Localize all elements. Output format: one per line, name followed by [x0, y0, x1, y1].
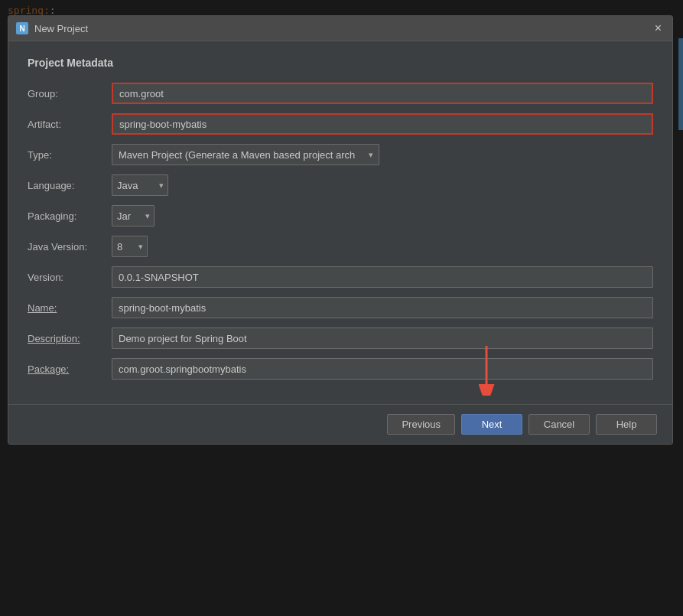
- dialog-content: Project Metadata Group: Artifact: Type: …: [8, 41, 672, 404]
- language-select-wrapper: Java Kotlin Groovy: [112, 174, 168, 196]
- dialog-titlebar: N New Project ×: [8, 16, 672, 41]
- dialog-footer: Previous Next Cancel Help: [8, 404, 672, 444]
- name-label: Name:: [28, 302, 112, 314]
- language-label: Language:: [28, 180, 112, 191]
- new-project-dialog: N New Project × Project Metadata Group: …: [8, 15, 673, 445]
- artifact-label: Artifact:: [28, 119, 112, 130]
- java-version-select[interactable]: 8 11 17 21: [112, 236, 148, 257]
- arrow-svg: [467, 342, 506, 396]
- dialog-title: New Project: [34, 23, 88, 34]
- dialog-title-left: N New Project: [16, 22, 88, 34]
- language-row: Language: Java Kotlin Groovy: [28, 174, 653, 196]
- package-row: Package:: [28, 358, 653, 380]
- group-input[interactable]: [112, 83, 653, 104]
- name-input[interactable]: [112, 297, 653, 318]
- packaging-label: Packaging:: [28, 210, 112, 222]
- package-input[interactable]: [112, 358, 653, 380]
- version-input[interactable]: [112, 266, 653, 288]
- packaging-select[interactable]: Jar War: [112, 205, 154, 227]
- artifact-row: Artifact:: [28, 113, 653, 135]
- type-row: Type: Maven Project (Generate a Maven ba…: [28, 144, 653, 165]
- version-row: Version:: [28, 266, 653, 288]
- help-button[interactable]: Help: [596, 414, 657, 435]
- description-input[interactable]: [112, 328, 653, 349]
- name-row: Name:: [28, 297, 653, 318]
- group-row: Group:: [28, 83, 653, 104]
- java-version-row: Java Version: 8 11 17 21: [28, 236, 653, 257]
- close-button[interactable]: ×: [652, 21, 665, 36]
- java-version-select-wrapper: 8 11 17 21: [112, 236, 148, 257]
- dialog-icon: N: [16, 22, 28, 34]
- packaging-row: Packaging: Jar War: [28, 205, 653, 227]
- previous-button[interactable]: Previous: [387, 414, 455, 435]
- type-label: Type:: [28, 149, 112, 161]
- java-version-label: Java Version:: [28, 241, 112, 253]
- arrow-indicator: [467, 342, 506, 398]
- type-select-wrapper: Maven Project (Generate a Maven based pr…: [112, 144, 379, 165]
- cancel-button[interactable]: Cancel: [529, 414, 590, 435]
- version-label: Version:: [28, 272, 112, 283]
- next-button[interactable]: Next: [461, 414, 522, 435]
- package-label: Package:: [28, 363, 112, 375]
- packaging-select-wrapper: Jar War: [112, 205, 154, 227]
- section-title: Project Metadata: [28, 57, 653, 69]
- group-label: Group:: [28, 88, 112, 99]
- type-select[interactable]: Maven Project (Generate a Maven based pr…: [112, 144, 379, 165]
- language-select[interactable]: Java Kotlin Groovy: [112, 174, 168, 196]
- artifact-input[interactable]: [112, 113, 653, 135]
- description-label: Description:: [28, 333, 112, 344]
- description-row: Description:: [28, 328, 653, 349]
